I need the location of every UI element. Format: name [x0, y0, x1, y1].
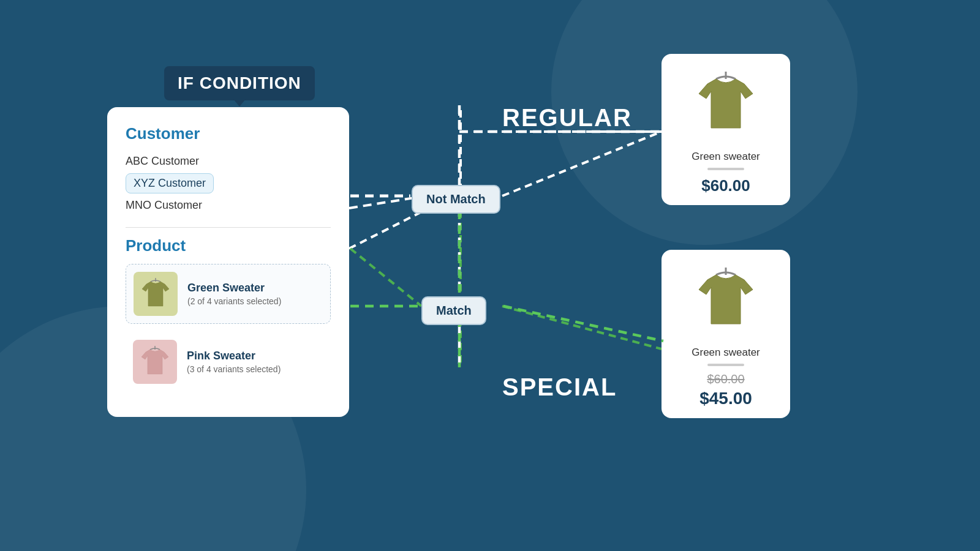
if-condition-badge: IF CONDITION [164, 66, 315, 100]
special-sweater-icon [689, 263, 763, 336]
special-label: SPECIAL [502, 373, 617, 401]
match-node[interactable]: Match [421, 296, 486, 325]
special-product-card: Green sweater $60.00 $45.00 [662, 250, 790, 418]
green-sweater-thumbnail [134, 272, 178, 316]
customer-xyz[interactable]: XYZ Customer [126, 173, 214, 193]
match-label: Match [436, 304, 472, 317]
special-card-name: Green sweater [671, 347, 780, 359]
section-divider [126, 227, 331, 228]
regular-product-card: Green sweater $60.00 [662, 54, 790, 205]
regular-card-image [686, 64, 766, 143]
customer-list: ABC Customer XYZ Customer MNO Customer [126, 152, 331, 215]
special-card-sale-price: $45.00 [671, 389, 780, 408]
regular-card-price: $60.00 [671, 176, 780, 195]
special-card-divider [707, 364, 744, 366]
not-match-node[interactable]: Not Match [412, 185, 500, 214]
customer-section-title: Customer [126, 124, 331, 143]
pink-sweater-icon [137, 343, 173, 380]
product-item-pink: Pink Sweater (3 of 4 variants selected) [126, 332, 331, 391]
customer-mno: MNO Customer [126, 196, 331, 215]
svg-line-4 [350, 249, 421, 306]
pink-sweater-info: Pink Sweater (3 of 4 variants selected) [187, 350, 281, 374]
green-sweater-info: Green Sweater (2 of 4 variants selected) [187, 282, 281, 306]
regular-card-divider [707, 168, 744, 170]
regular-label: REGULAR [502, 104, 632, 132]
regular-sweater-icon [689, 67, 763, 140]
pink-sweater-thumbnail [133, 340, 177, 384]
pink-sweater-name: Pink Sweater [187, 350, 281, 362]
condition-panel: Customer ABC Customer XYZ Customer MNO C… [107, 107, 349, 417]
pink-sweater-variants: (3 of 4 variants selected) [187, 364, 281, 374]
green-sweater-icon [137, 276, 174, 312]
product-section-title: Product [126, 236, 331, 255]
special-card-image [686, 260, 766, 339]
not-match-label: Not Match [426, 192, 486, 206]
svg-line-15 [503, 306, 663, 341]
badge-label: IF CONDITION [178, 73, 301, 92]
special-card-original-price: $60.00 [671, 372, 780, 386]
regular-card-name: Green sweater [671, 151, 780, 163]
customer-abc: ABC Customer [126, 152, 331, 171]
green-sweater-variants: (2 of 4 variants selected) [187, 296, 281, 306]
svg-line-5 [502, 306, 662, 349]
green-sweater-name: Green Sweater [187, 282, 281, 294]
product-item-green: Green Sweater (2 of 4 variants selected) [126, 264, 331, 324]
